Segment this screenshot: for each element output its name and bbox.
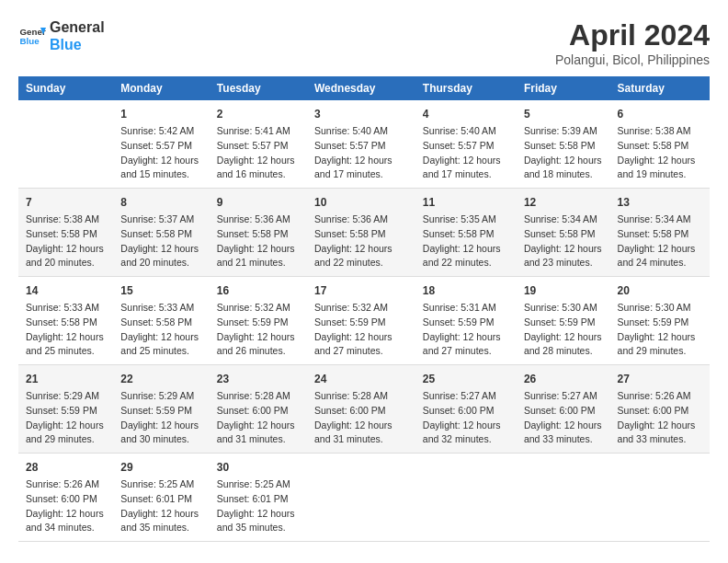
day-number: 21 [26,371,106,387]
column-header-saturday: Saturday [610,76,710,100]
calendar-cell: 25Sunrise: 5:27 AMSunset: 6:00 PMDayligh… [415,365,517,454]
day-number: 29 [120,459,202,476]
day-number: 16 [217,282,300,299]
calendar-cell: 11Sunrise: 5:35 AMSunset: 5:58 PMDayligh… [415,189,517,277]
calendar-cell: 30Sunrise: 5:25 AMSunset: 6:01 PMDayligh… [210,454,307,542]
day-number: 4 [423,106,509,122]
calendar-cell: 20Sunrise: 5:30 AMSunset: 5:59 PMDayligh… [610,277,710,365]
calendar-cell: 6Sunrise: 5:38 AMSunset: 5:58 PMDaylight… [610,100,710,189]
calendar-cell: 15Sunrise: 5:33 AMSunset: 5:58 PMDayligh… [113,277,210,365]
calendar-cell: 9Sunrise: 5:36 AMSunset: 5:58 PMDaylight… [210,189,307,277]
day-info: Sunrise: 5:38 AMSunset: 5:58 PMDaylight:… [26,213,106,270]
column-header-thursday: Thursday [415,76,517,100]
month-title: April 2024 [555,18,710,52]
day-number: 11 [423,194,509,211]
day-info: Sunrise: 5:29 AMSunset: 5:59 PMDaylight:… [120,389,202,447]
calendar-cell [415,454,517,542]
day-info: Sunrise: 5:25 AMSunset: 6:01 PMDaylight:… [120,477,202,535]
day-info: Sunrise: 5:33 AMSunset: 5:58 PMDaylight:… [120,301,202,359]
logo-icon: General Blue [18,22,46,50]
day-number: 9 [217,194,300,211]
calendar-cell [307,454,415,542]
calendar-cell: 21Sunrise: 5:29 AMSunset: 5:59 PMDayligh… [18,365,113,454]
day-info: Sunrise: 5:38 AMSunset: 5:58 PMDaylight:… [618,124,702,182]
day-number: 24 [314,371,408,387]
calendar-cell: 5Sunrise: 5:39 AMSunset: 5:58 PMDaylight… [517,100,610,189]
day-number: 26 [524,371,603,387]
day-info: Sunrise: 5:37 AMSunset: 5:58 PMDaylight:… [120,213,202,270]
calendar-table: SundayMondayTuesdayWednesdayThursdayFrid… [18,76,710,542]
day-number: 5 [524,106,603,122]
day-number: 17 [314,282,408,299]
day-info: Sunrise: 5:27 AMSunset: 6:00 PMDaylight:… [423,389,509,447]
calendar-cell: 29Sunrise: 5:25 AMSunset: 6:01 PMDayligh… [113,454,210,542]
day-number: 2 [217,106,300,122]
day-info: Sunrise: 5:29 AMSunset: 5:59 PMDaylight:… [26,389,106,447]
calendar-cell: 13Sunrise: 5:34 AMSunset: 5:58 PMDayligh… [610,189,710,277]
calendar-cell [610,454,710,542]
calendar-cell: 10Sunrise: 5:36 AMSunset: 5:58 PMDayligh… [307,189,415,277]
calendar-header-row: SundayMondayTuesdayWednesdayThursdayFrid… [18,76,710,100]
day-info: Sunrise: 5:42 AMSunset: 5:57 PMDaylight:… [120,124,202,182]
week-row-1: 1Sunrise: 5:42 AMSunset: 5:57 PMDaylight… [18,100,710,189]
day-info: Sunrise: 5:26 AMSunset: 6:00 PMDaylight:… [618,389,702,447]
day-info: Sunrise: 5:39 AMSunset: 5:58 PMDaylight:… [524,124,603,182]
calendar-cell: 18Sunrise: 5:31 AMSunset: 5:59 PMDayligh… [415,277,517,365]
day-number: 12 [524,194,603,211]
calendar-cell: 28Sunrise: 5:26 AMSunset: 6:00 PMDayligh… [18,454,113,542]
logo: General Blue General Blue [18,18,105,53]
day-info: Sunrise: 5:41 AMSunset: 5:57 PMDaylight:… [217,124,300,182]
day-info: Sunrise: 5:28 AMSunset: 6:00 PMDaylight:… [314,389,408,447]
page-header: General Blue General Blue April 2024 Pol… [18,18,710,67]
day-number: 10 [314,194,408,211]
day-info: Sunrise: 5:26 AMSunset: 6:00 PMDaylight:… [26,477,106,535]
day-number: 13 [618,194,702,211]
day-number: 28 [26,459,106,476]
calendar-cell: 1Sunrise: 5:42 AMSunset: 5:57 PMDaylight… [113,100,210,189]
day-info: Sunrise: 5:35 AMSunset: 5:58 PMDaylight:… [423,213,509,270]
day-info: Sunrise: 5:40 AMSunset: 5:57 PMDaylight:… [423,124,509,182]
column-header-wednesday: Wednesday [307,76,415,100]
calendar-cell: 24Sunrise: 5:28 AMSunset: 6:00 PMDayligh… [307,365,415,454]
svg-text:Blue: Blue [20,36,40,46]
day-number: 6 [618,106,702,122]
column-header-friday: Friday [517,76,610,100]
day-number: 8 [120,194,202,211]
column-header-monday: Monday [113,76,210,100]
day-info: Sunrise: 5:30 AMSunset: 5:59 PMDaylight:… [524,301,603,359]
day-info: Sunrise: 5:34 AMSunset: 5:58 PMDaylight:… [524,213,603,270]
day-info: Sunrise: 5:30 AMSunset: 5:59 PMDaylight:… [618,301,702,359]
day-info: Sunrise: 5:25 AMSunset: 6:01 PMDaylight:… [217,477,300,535]
calendar-cell: 27Sunrise: 5:26 AMSunset: 6:00 PMDayligh… [610,365,710,454]
column-header-sunday: Sunday [18,76,113,100]
calendar-cell [517,454,610,542]
calendar-cell: 8Sunrise: 5:37 AMSunset: 5:58 PMDaylight… [113,189,210,277]
day-number: 18 [423,282,509,299]
calendar-cell: 19Sunrise: 5:30 AMSunset: 5:59 PMDayligh… [517,277,610,365]
day-info: Sunrise: 5:40 AMSunset: 5:57 PMDaylight:… [314,124,408,182]
location-subtitle: Polangui, Bicol, Philippines [555,52,710,67]
calendar-cell: 17Sunrise: 5:32 AMSunset: 5:59 PMDayligh… [307,277,415,365]
day-number: 7 [26,194,106,211]
calendar-cell: 16Sunrise: 5:32 AMSunset: 5:59 PMDayligh… [210,277,307,365]
day-number: 25 [423,371,509,387]
column-header-tuesday: Tuesday [210,76,307,100]
title-section: April 2024 Polangui, Bicol, Philippines [555,18,710,67]
day-info: Sunrise: 5:32 AMSunset: 5:59 PMDaylight:… [217,301,300,359]
calendar-cell: 23Sunrise: 5:28 AMSunset: 6:00 PMDayligh… [210,365,307,454]
day-number: 14 [26,282,106,299]
day-info: Sunrise: 5:36 AMSunset: 5:58 PMDaylight:… [314,213,408,270]
calendar-cell: 2Sunrise: 5:41 AMSunset: 5:57 PMDaylight… [210,100,307,189]
day-info: Sunrise: 5:31 AMSunset: 5:59 PMDaylight:… [423,301,509,359]
day-number: 19 [524,282,603,299]
day-info: Sunrise: 5:36 AMSunset: 5:58 PMDaylight:… [217,213,300,270]
day-number: 3 [314,106,408,122]
day-info: Sunrise: 5:32 AMSunset: 5:59 PMDaylight:… [314,301,408,359]
day-info: Sunrise: 5:27 AMSunset: 6:00 PMDaylight:… [524,389,603,447]
day-info: Sunrise: 5:28 AMSunset: 6:00 PMDaylight:… [217,389,300,447]
week-row-2: 7Sunrise: 5:38 AMSunset: 5:58 PMDaylight… [18,189,710,277]
calendar-cell: 7Sunrise: 5:38 AMSunset: 5:58 PMDaylight… [18,189,113,277]
logo-line1: General [50,18,105,36]
day-number: 22 [120,371,202,387]
week-row-3: 14Sunrise: 5:33 AMSunset: 5:58 PMDayligh… [18,277,710,365]
